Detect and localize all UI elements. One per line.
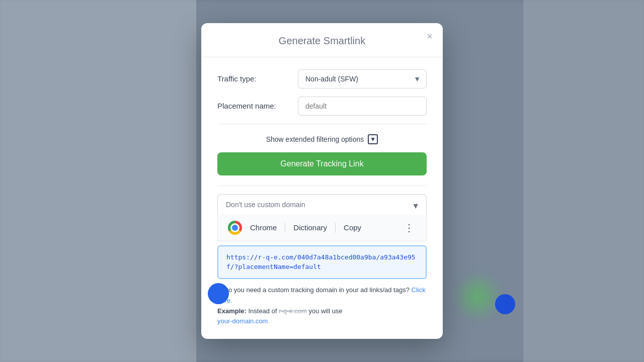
generate-tracking-link-button[interactable]: Generate Tracking Link — [217, 152, 427, 175]
old-domain: r-q-e.com — [279, 307, 307, 315]
expand-icon: ▼ — [368, 134, 378, 144]
placement-name-label: Placement name: — [217, 102, 298, 110]
placement-name-row: Placement name: — [217, 97, 427, 116]
context-menu-sep-2 — [335, 223, 336, 233]
background-right-panel — [523, 0, 644, 362]
blue-circle-left — [208, 283, 229, 304]
modal-header: Generate Smartlink × — [201, 23, 443, 57]
traffic-type-row: Traffic type: Non-adult (SFW) Adult (NSF… — [217, 69, 427, 88]
divider-2 — [217, 186, 427, 186]
chrome-icon-wrapper[interactable] — [226, 219, 244, 237]
custom-domain-select[interactable]: Don't use custom domain — [217, 194, 427, 215]
copy-label[interactable]: Copy — [340, 221, 365, 234]
glow-green-right — [453, 272, 503, 322]
more-options-icon[interactable]: ⋮ — [400, 221, 418, 235]
chrome-icon — [228, 221, 242, 235]
modal-body: Traffic type: Non-adult (SFW) Adult (NSF… — [201, 57, 443, 339]
traffic-type-select[interactable]: Non-adult (SFW) Adult (NSFW) — [298, 69, 427, 88]
example-label: Example: — [217, 307, 247, 315]
generate-smartlink-modal: Generate Smartlink × Traffic type: Non-a… — [201, 23, 443, 339]
show-extended-options-row[interactable]: Show extended filtering options ▼ — [217, 132, 427, 152]
your-domain-link[interactable]: your-domain.com — [217, 317, 268, 325]
url-box[interactable]: https://r-q-e.com/040d7a48a1bced00a9ba/a… — [217, 245, 427, 279]
traffic-type-label: Traffic type: — [217, 74, 298, 83]
traffic-type-select-wrapper: Non-adult (SFW) Adult (NSFW) ▼ — [298, 69, 427, 88]
modal-title: Generate Smartlink — [279, 35, 365, 46]
divider-1 — [217, 124, 427, 124]
you-will-use-text: you will use — [308, 307, 342, 315]
dictionary-label[interactable]: Dictionary — [289, 221, 331, 234]
show-options-text: Show extended filtering options — [266, 135, 364, 143]
chrome-label[interactable]: Chrome — [246, 221, 281, 234]
context-menu-sep-1 — [285, 223, 285, 233]
blue-circle-right — [495, 294, 515, 314]
info-question-text: Do you need a custom tracking domain in … — [224, 286, 410, 294]
custom-domain-row: Don't use custom domain ▼ — [217, 194, 427, 215]
info-section: ℹ Do you need a custom tracking domain i… — [217, 285, 427, 327]
placement-name-input[interactable] — [298, 97, 427, 116]
instead-text: Instead of — [248, 307, 279, 315]
background-left-panel — [0, 0, 196, 362]
context-menu-bar: Chrome Dictionary Copy ⋮ — [217, 215, 427, 241]
close-button[interactable]: × — [427, 31, 433, 41]
